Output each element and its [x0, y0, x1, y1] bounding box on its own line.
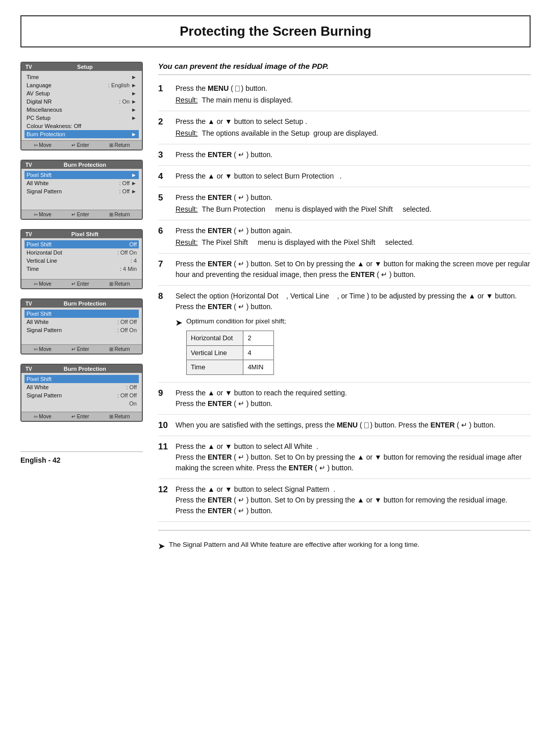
step-5: 5 Press the ENTER ( ↵ ) button. Result:T… — [158, 192, 531, 220]
step-content-6: Press the ENTER ( ↵ ) button again. Resu… — [176, 225, 531, 248]
table-cell-value: 2 — [243, 331, 274, 346]
step-num-3: 3 — [158, 149, 169, 160]
screen-row-highlighted: Pixel Shift — [24, 375, 139, 383]
tv-tag-1: TV — [26, 64, 32, 70]
screen-row: Miscellaneous► — [24, 106, 139, 114]
step-num-6: 6 — [158, 225, 169, 236]
screen-row: Signal Pattern: Off ► — [24, 187, 139, 195]
page-footer: English - 42 — [20, 451, 143, 464]
footer-enter: ↵ Enter — [71, 212, 89, 217]
step-num-1: 1 — [158, 83, 169, 94]
tv-screen-3: TV Pixel Shift Pixel ShiftOff Horizontal… — [20, 229, 143, 289]
step-content-12: Press the ▲ or ▼ button to select Signal… — [176, 484, 531, 516]
screen-row: All White: Off Off — [24, 318, 139, 326]
tv-tag-5: TV — [26, 366, 32, 372]
tv-tag-2: TV — [26, 162, 32, 168]
footer-return: ⊞ Return — [109, 281, 130, 287]
right-column: You can prevent the residual image of th… — [158, 62, 531, 552]
screen-row: All White: Off ► — [24, 179, 139, 187]
screen-row-highlighted: Pixel ShiftOff — [24, 240, 139, 248]
screen-footer-4: ⇦ Move ↵ Enter ⊞ Return — [21, 344, 142, 354]
footer-move: ⇦ Move — [34, 212, 52, 217]
footer-move: ⇦ Move — [34, 346, 52, 352]
screen-title-1: Setup — [32, 64, 138, 70]
screen-header-2: TV Burn Protection — [21, 161, 142, 169]
step-num-7: 7 — [158, 259, 169, 269]
table-cell-label: Vertical Line — [187, 345, 243, 360]
screen-row: Language: English ► — [24, 81, 139, 89]
screen-body-1: Time► Language: English ► AV Setup► Digi… — [21, 71, 142, 140]
step-11: 11 Press the ▲ or ▼ button to select All… — [158, 441, 531, 479]
tv-tag-3: TV — [26, 232, 32, 237]
page-footer-text: English - 42 — [20, 456, 61, 464]
steps-list: 1 Press the MENU ( ⎕ ) button. Result:Th… — [158, 83, 531, 522]
step-12: 12 Press the ▲ or ▼ button to select Sig… — [158, 484, 531, 522]
step-num-2: 2 — [158, 116, 169, 127]
screen-title-3: Pixel Shift — [32, 231, 138, 237]
screen-footer-5: ⇦ Move ↵ Enter ⊞ Return — [21, 412, 142, 421]
screen-row-highlighted: Pixel Shift — [24, 310, 139, 318]
screen-body-5: Pixel Shift All White: Off Signal Patter… — [21, 373, 142, 412]
screen-row: All White: Off — [24, 383, 139, 391]
screen-footer-2: ⇦ Move ↵ Enter ⊞ Return — [21, 210, 142, 219]
footer-return: ⊞ Return — [109, 414, 130, 419]
step-content-9: Press the ▲ or ▼ button to reach the req… — [176, 388, 531, 409]
bottom-note-block: ➤ The Signal Pattern and All White featu… — [158, 540, 531, 552]
screen-header-1: TV Setup — [21, 63, 142, 71]
step-num-10: 10 — [158, 420, 169, 431]
screen-row: Time: 4 Min — [24, 265, 139, 273]
left-column: TV Setup Time► Language: English ► AV Se… — [20, 62, 143, 464]
step-6: 6 Press the ENTER ( ↵ ) button again. Re… — [158, 225, 531, 254]
step-7: 7 Press the ENTER ( ↵ ) button. Set to O… — [158, 259, 531, 286]
footer-move: ⇦ Move — [34, 142, 52, 148]
screen-row-highlighted: Pixel Shift► — [24, 171, 139, 179]
tv-screen-1: TV Setup Time► Language: English ► AV Se… — [20, 62, 143, 150]
tv-screen-2: TV Burn Protection Pixel Shift► All Whit… — [20, 160, 143, 220]
screen-body-3: Pixel ShiftOff Horizontal Dot: Off On Ve… — [21, 238, 142, 279]
screen-row: On — [24, 399, 139, 408]
step-content-1: Press the MENU ( ⎕ ) button. Result:The … — [176, 83, 531, 106]
screen-body-4: Pixel Shift All White: Off Off Signal Pa… — [21, 308, 142, 344]
screen-row: Signal Pattern: Off On — [24, 326, 139, 334]
step-3: 3 Press the ENTER ( ↵ ) button. — [158, 149, 531, 166]
footer-enter: ↵ Enter — [71, 346, 89, 352]
screen-row: PC Setup► — [24, 114, 139, 122]
step-content-8: Select the option (Horizontal Dot , Vert… — [176, 291, 531, 377]
screen-title-2: Burn Protection — [32, 162, 138, 168]
screen-row-highlighted: Burn Protection► — [24, 130, 139, 138]
table-row: Time 4MIN — [187, 360, 274, 375]
footer-return: ⊞ Return — [109, 212, 130, 217]
screen-row: Colour Weakness: Off — [24, 122, 139, 130]
step-9: 9 Press the ▲ or ▼ button to reach the r… — [158, 388, 531, 415]
footer-note: ➤ The Signal Pattern and All White featu… — [158, 530, 531, 552]
screen-title-5: Burn Protection — [32, 366, 138, 372]
step-content-4: Press the ▲ or ▼ button to select Burn P… — [176, 171, 531, 182]
step-content-5: Press the ENTER ( ↵ ) button. Result:The… — [176, 192, 531, 215]
table-cell-label: Horizontal Dot — [187, 331, 243, 346]
footer-return: ⊞ Return — [109, 346, 130, 352]
footer-move: ⇦ Move — [34, 414, 52, 419]
main-layout: TV Setup Time► Language: English ► AV Se… — [20, 62, 531, 552]
footer-enter: ↵ Enter — [71, 281, 89, 287]
page-title-box: Protecting the Screen Burning — [20, 15, 531, 47]
footer-move: ⇦ Move — [34, 281, 52, 287]
step-num-12: 12 — [158, 484, 169, 495]
step-8: 8 Select the option (Horizontal Dot , Ve… — [158, 291, 531, 383]
footer-return: ⊞ Return — [109, 142, 130, 148]
screen-row: Horizontal Dot: Off On — [24, 248, 139, 257]
table-cell-value: 4 — [243, 345, 274, 360]
step-num-4: 4 — [158, 171, 169, 182]
footer-enter: ↵ Enter — [71, 414, 89, 419]
screen-row: AV Setup► — [24, 89, 139, 97]
screen-header-3: TV Pixel Shift — [21, 230, 142, 238]
pixel-shift-note: ➤ Optimum condition for pixel shift; Hor… — [176, 316, 531, 377]
pixel-table: Horizontal Dot 2 Vertical Line 4 Time 4M… — [186, 331, 274, 375]
bottom-note-text: The Signal Pattern and All White feature… — [169, 540, 419, 552]
screen-title-4: Burn Protection — [32, 300, 138, 307]
tv-screen-4: TV Burn Protection Pixel Shift All White… — [20, 298, 143, 355]
screen-footer-1: ⇦ Move ↵ Enter ⊞ Return — [21, 140, 142, 149]
step-content-7: Press the ENTER ( ↵ ) button. Set to On … — [176, 259, 531, 280]
step-content-2: Press the ▲ or ▼ button to select Setup … — [176, 116, 531, 139]
screen-header-5: TV Burn Protection — [21, 365, 142, 373]
step-content-10: When you are satisfied with the settings… — [176, 420, 531, 431]
